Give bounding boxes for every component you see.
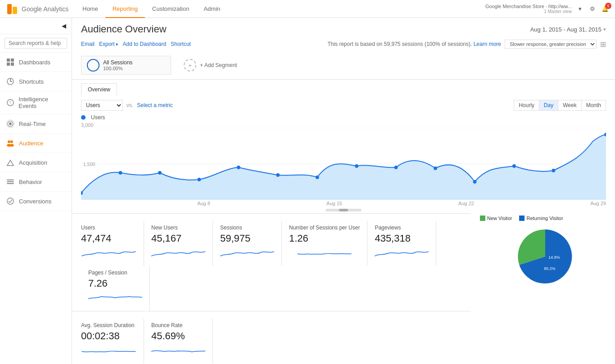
conversions-label: Conversions: [19, 198, 51, 205]
pie-svg: 14.8% 85.2%: [511, 223, 579, 290]
svg-point-18: [9, 144, 14, 147]
behavior-label: Behavior: [19, 179, 42, 185]
metric-users-label: Users: [81, 225, 136, 231]
metrics-section: Users 47,474 New Users 45,167 Sessions 5…: [72, 213, 615, 364]
learn-more-link[interactable]: Learn more: [474, 41, 501, 47]
table-icon[interactable]: ⊞: [600, 40, 606, 49]
sparkline-users: [81, 247, 136, 261]
nav-home[interactable]: Home: [75, 0, 105, 18]
date-range-picker[interactable]: Aug 1, 2015 - Aug 31, 2015 ▾: [530, 26, 606, 33]
metric-sessions-value: 59,975: [220, 233, 274, 244]
time-month-button[interactable]: Month: [582, 100, 606, 110]
select-metric-link[interactable]: Select a metric: [137, 102, 172, 108]
sidebar-toggle[interactable]: ◀: [0, 18, 72, 34]
chart-point: [552, 169, 556, 172]
notifications-icon[interactable]: 🔔 5: [601, 4, 610, 13]
y-axis-top: 3,000: [72, 121, 615, 128]
metric-sessions-label: Sessions: [220, 225, 274, 231]
metric-bounce-rate: Bounce Rate 45.69%: [144, 319, 213, 364]
svg-point-12: [9, 122, 12, 125]
nav-customization[interactable]: Customization: [145, 0, 196, 18]
dropdown-icon[interactable]: ▾: [575, 4, 584, 13]
metric-new-users: New Users 45,167: [144, 221, 213, 266]
segment-info: All Sessions 100.00%: [103, 59, 132, 71]
sampling-select[interactable]: Slower response, greater precision Faste…: [505, 40, 597, 49]
metric-select-area: Users Sessions Pageviews vs. Select a me…: [81, 100, 173, 111]
search-input[interactable]: [5, 38, 67, 49]
main-layout: ◀ Dashboards Shortcuts ! Intelligence Ev…: [0, 18, 615, 364]
shortcuts-label: Shortcuts: [19, 78, 44, 85]
svg-point-15: [8, 140, 10, 143]
pie-chart-container: 14.8% 85.2%: [480, 223, 610, 290]
page-header: Audience Overview Aug 1, 2015 - Aug 31, …: [72, 18, 615, 37]
time-week-button[interactable]: Week: [558, 100, 581, 110]
sidebar-item-conversions[interactable]: Conversions: [0, 192, 72, 211]
sidebar-item-intelligence-events[interactable]: ! Intelligence Events: [0, 91, 72, 114]
x-label-aug15: Aug 15: [326, 201, 342, 206]
chart-point: [316, 175, 319, 179]
report-info-text: This report is based on 59,975 sessions …: [327, 41, 501, 47]
chart-point: [355, 164, 358, 168]
sparkline-new-users: [151, 247, 205, 261]
svg-rect-19: [7, 180, 14, 180]
nav-items: Home Reporting Customization Admin: [75, 0, 485, 18]
behavior-icon: [5, 177, 15, 187]
realtime-label: Real-Time: [19, 121, 45, 127]
export-button[interactable]: Export: [99, 41, 118, 47]
sidebar-item-acquisition[interactable]: Acquisition: [0, 153, 72, 172]
chart-point: [197, 178, 201, 181]
logo[interactable]: Google Analytics: [5, 2, 75, 16]
chart-point: [158, 171, 162, 175]
realtime-icon: [5, 119, 15, 129]
add-segment-label: + Add Segment: [200, 62, 237, 68]
chart-area: 1,500: [72, 128, 615, 200]
acquisition-icon: [5, 157, 15, 167]
intelligence-icon: !: [5, 98, 15, 108]
account-info[interactable]: Google Merchandise Store · http://ww... …: [485, 4, 572, 14]
nav-admin[interactable]: Admin: [196, 0, 227, 18]
svg-rect-4: [11, 58, 14, 62]
tab-overview[interactable]: Overview: [81, 83, 117, 95]
metrics-grid-row2: Avg. Session Duration 00:02:38 Bounce Ra…: [72, 311, 471, 364]
svg-rect-5: [7, 63, 10, 66]
scrollbar-thumb[interactable]: [339, 209, 348, 211]
chart-xaxis: Aug 8 Aug 15 Aug 22 Aug 29: [72, 200, 615, 207]
conversions-icon: [5, 196, 15, 206]
segments-bar: All Sessions 100.00% + + Add Segment: [72, 51, 615, 80]
chart-area-fill: [81, 135, 606, 200]
nav-reporting[interactable]: Reporting: [105, 0, 145, 18]
add-segment-icon: +: [184, 59, 196, 72]
report-info-bar: Email Export Add to Dashboard Shortcut T…: [72, 37, 615, 51]
audience-label: Audience: [19, 140, 43, 147]
x-label-aug8: Aug 8: [197, 201, 210, 206]
email-button[interactable]: Email: [81, 41, 95, 47]
svg-rect-20: [7, 181, 14, 182]
sparkline-sessions: [220, 247, 274, 261]
all-sessions-segment[interactable]: All Sessions 100.00%: [81, 56, 171, 75]
time-day-button[interactable]: Day: [539, 100, 558, 110]
shortcut-button[interactable]: Shortcut: [171, 41, 191, 47]
sidebar-item-real-time[interactable]: Real-Time: [0, 114, 72, 134]
settings-icon[interactable]: ⚙: [588, 4, 597, 13]
sidebar-item-audience[interactable]: Audience: [0, 134, 72, 153]
chart-point: [394, 166, 398, 169]
chart-legend: Users: [72, 111, 615, 121]
time-hourly-button[interactable]: Hourly: [514, 100, 539, 110]
returning-visitor-legend: Returning Visitor: [519, 216, 563, 221]
add-dashboard-button[interactable]: Add to Dashboard: [122, 41, 166, 47]
sidebar-item-behavior[interactable]: Behavior: [0, 172, 72, 192]
metric-spu-value: 1.26: [289, 233, 360, 244]
metric-users: Users 47,474: [81, 221, 144, 266]
x-label-aug29: Aug 29: [590, 201, 606, 206]
metric-br-label: Bounce Rate: [151, 322, 205, 328]
sidebar-item-dashboards[interactable]: Dashboards: [0, 53, 72, 72]
chart-scrollbar: [72, 207, 615, 213]
returning-visitor-dot: [519, 216, 525, 221]
metric-pv-value: 435,318: [375, 233, 429, 244]
new-visitor-pct-label: 14.8%: [548, 255, 560, 260]
metric-dropdown[interactable]: Users Sessions Pageviews: [81, 100, 123, 111]
top-navigation: Google Analytics Home Reporting Customiz…: [0, 0, 615, 18]
sidebar-item-shortcuts[interactable]: Shortcuts: [0, 72, 72, 91]
add-segment-button[interactable]: + + Add Segment: [178, 56, 268, 74]
svg-rect-21: [7, 183, 14, 184]
